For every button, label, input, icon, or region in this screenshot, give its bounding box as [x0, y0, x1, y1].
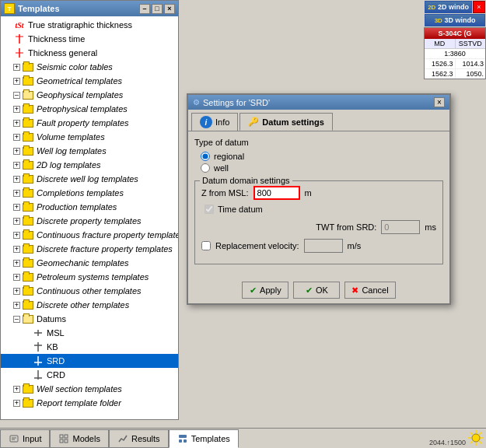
replacement-velocity-input[interactable]: [304, 239, 343, 253]
apply-button[interactable]: ✔ Apply: [242, 282, 288, 299]
tab-input[interactable]: Input: [0, 429, 50, 448]
svg-line-30: [470, 441, 473, 443]
expand-btn[interactable]: +: [13, 400, 20, 407]
tree-label: Datums: [37, 314, 66, 324]
tree-label: Geophysical templates: [37, 90, 123, 100]
expand-btn[interactable]: +: [13, 232, 20, 239]
tree-item-discrete-property[interactable]: + Discrete property templates: [1, 214, 178, 228]
tree-item-datums[interactable]: – Datums: [1, 312, 178, 326]
expand-btn[interactable]: +: [13, 106, 20, 113]
expand-btn[interactable]: +: [13, 204, 20, 211]
tree-label: Thickness general: [28, 48, 97, 58]
folder-closed-icon: [22, 173, 34, 185]
tree-item-thickness-time[interactable]: Thickness time: [1, 32, 178, 46]
svg-rect-16: [65, 435, 68, 438]
tree-item-volume[interactable]: + Volume templates: [1, 130, 178, 144]
2d-window-button[interactable]: 2D 2D windo: [425, 1, 472, 13]
tree-item-geophysical[interactable]: – Geophysical templates: [1, 88, 178, 102]
tree-item-geomechanic[interactable]: + Geomechanic templates: [1, 256, 178, 270]
tree-item-msl[interactable]: MSL: [1, 326, 178, 340]
tree-item-discrete-well-log[interactable]: + Discrete well log templates: [1, 172, 178, 186]
pin-button[interactable]: –: [139, 4, 150, 14]
expand-btn[interactable]: +: [13, 246, 20, 253]
tab-models[interactable]: Models: [50, 429, 108, 448]
close-button[interactable]: ×: [164, 4, 175, 14]
svg-rect-18: [65, 439, 68, 443]
tree-label: Discrete other templates: [37, 300, 129, 310]
tree-item-crd[interactable]: CRD: [1, 368, 178, 382]
expand-btn[interactable]: +: [13, 190, 20, 197]
panel-titlebar-left: T Templates: [4, 3, 60, 14]
cancel-x-icon: ✖: [351, 285, 358, 296]
tree-item-production[interactable]: + Production templates: [1, 200, 178, 214]
tree-item-continuous-fracture[interactable]: + Continuous fracture property templates: [1, 228, 178, 242]
folder-closed-icon: [22, 145, 34, 157]
folder-closed-icon: [22, 159, 34, 171]
dialog-footer: ✔ Apply ✔ OK ✖ Cancel: [188, 277, 449, 303]
tree-label: Petrophysical templates: [37, 104, 128, 114]
input-icon: [9, 433, 19, 444]
radio-regional-input[interactable]: [201, 152, 210, 161]
radio-well[interactable]: well: [201, 163, 443, 173]
expand-btn[interactable]: +: [13, 78, 20, 85]
tree-item-discrete-fracture[interactable]: + Discrete fracture property templates: [1, 242, 178, 256]
svg-rect-15: [60, 435, 63, 438]
tree-item-srd[interactable]: SRD: [1, 354, 178, 368]
folder-closed-icon: [22, 299, 34, 311]
expand-btn[interactable]: +: [13, 134, 20, 141]
tree-item-seismic-color[interactable]: + Seismic color tables: [1, 60, 178, 74]
folder-closed-icon: [22, 117, 34, 129]
tab-results[interactable]: Results: [109, 429, 169, 448]
expand-btn[interactable]: +: [13, 120, 20, 127]
svg-rect-12: [10, 436, 18, 442]
tab-templates[interactable]: Templates: [169, 429, 239, 448]
expand-btn[interactable]: +: [13, 288, 20, 295]
tree-item-fault-property[interactable]: + Fault property templates: [1, 116, 178, 130]
tab-info[interactable]: i Info: [191, 113, 238, 131]
expand-btn[interactable]: +: [13, 148, 20, 155]
tree-item-continuous-other[interactable]: + Continuous other templates: [1, 284, 178, 298]
twt-from-srd-label: TWT from SRD:: [316, 222, 376, 232]
expand-btn[interactable]: +: [13, 218, 20, 225]
tree-item-completions[interactable]: + Completions templates: [1, 186, 178, 200]
expand-btn[interactable]: +: [13, 274, 20, 281]
radio-regional-label: regional: [214, 152, 244, 161]
replacement-velocity-checkbox[interactable]: [201, 241, 211, 250]
expand-btn[interactable]: +: [13, 64, 20, 71]
dialog-close-button[interactable]: ×: [434, 97, 445, 107]
tree-item-petrophysical[interactable]: + Petrophysical templates: [1, 102, 178, 116]
templates-panel: T Templates – □ × tSt True stratigraphic…: [0, 0, 179, 420]
collapse-btn[interactable]: –: [13, 316, 20, 323]
tree-item-thickness-general[interactable]: Thickness general: [1, 46, 178, 60]
undock-button[interactable]: □: [152, 4, 163, 14]
tree-item-report-template[interactable]: + Report template folder: [1, 396, 178, 410]
expand-btn[interactable]: +: [13, 162, 20, 169]
twt-from-srd-input[interactable]: [381, 220, 420, 234]
expand-btn[interactable]: +: [13, 386, 20, 393]
tree-item-2d-log[interactable]: + 2D log templates: [1, 158, 178, 172]
replacement-velocity-label: Replacement velocity:: [215, 241, 299, 250]
cancel-button[interactable]: ✖ Cancel: [344, 282, 395, 299]
tree-item-well-log[interactable]: + Well log templates: [1, 144, 178, 158]
z-from-msl-input[interactable]: [253, 186, 300, 200]
tree-item-true-strat[interactable]: tSt True stratigraphic thickness: [1, 18, 178, 32]
expand-btn[interactable]: +: [13, 302, 20, 309]
tree-item-well-section[interactable]: + Well section templates: [1, 382, 178, 396]
expand-btn[interactable]: +: [13, 176, 20, 183]
radio-regional[interactable]: regional: [201, 152, 443, 161]
radio-well-input[interactable]: [201, 163, 210, 173]
thickness-icon: tSt: [13, 19, 26, 31]
close-2d-button[interactable]: ×: [473, 1, 485, 13]
expand-btn[interactable]: +: [13, 260, 20, 267]
time-datum-checkbox[interactable]: [205, 205, 214, 214]
ok-button[interactable]: ✔ OK: [293, 282, 340, 299]
tree-item-geometrical[interactable]: + Geometrical templates: [1, 74, 178, 88]
svg-line-28: [479, 441, 481, 443]
tab-datum-settings[interactable]: 🔑 Datum settings: [240, 113, 332, 131]
3d-window-button[interactable]: 3D 3D windo: [425, 14, 485, 26]
tree-item-kb[interactable]: KB: [1, 340, 178, 354]
collapse-btn[interactable]: –: [13, 92, 20, 99]
tree-item-petroleum-systems[interactable]: + Petroleum systems templates: [1, 270, 178, 284]
tree-label: Continuous other templates: [37, 286, 142, 296]
tree-item-discrete-other[interactable]: + Discrete other templates: [1, 298, 178, 312]
